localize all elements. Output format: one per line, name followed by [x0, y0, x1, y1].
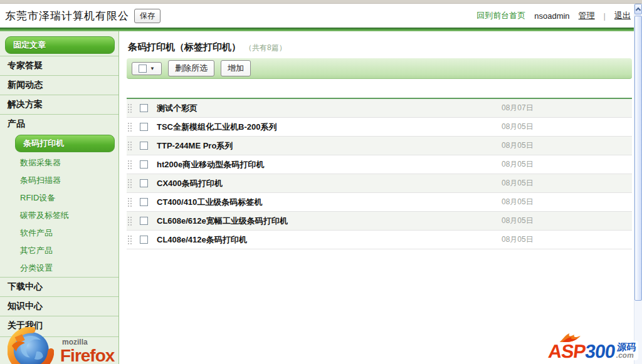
sidebar-nav: 固定文章专家答疑新闻动态解决方案产品条码打印机数据采集器条码扫描器RFID设备碳…	[0, 36, 118, 335]
article-title[interactable]: CL408e/412e条码打印机	[157, 234, 502, 246]
firefox-label: Firefox	[60, 346, 114, 364]
body-layout: 固定文章专家答疑新闻动态解决方案产品条码打印机数据采集器条码扫描器RFID设备碳…	[0, 31, 642, 364]
article-date: 08月05日	[502, 216, 632, 226]
firefox-globe-icon	[8, 327, 54, 364]
sidebar-item[interactable]: 碳带及标签纸	[15, 207, 115, 224]
article-title[interactable]: CX400条码打印机	[157, 178, 502, 189]
sidebar-item[interactable]: 产品	[0, 114, 118, 133]
site-title: 东莞市泽瑞计算机有限公	[5, 9, 129, 23]
select-all-dropdown[interactable]: ▼	[132, 62, 162, 75]
sidebar-item[interactable]: 条码打印机	[15, 135, 115, 152]
watermark-suffix: 源码 .com	[616, 342, 636, 359]
logout-link[interactable]: 退出	[614, 10, 631, 21]
article-title[interactable]: TSC全新模组化工业机B-200系列	[157, 122, 502, 133]
firefox-logo: mozilla Firefox	[8, 327, 114, 364]
table-row[interactable]: TTP-244ME Pro系列 08月05日	[127, 137, 632, 155]
sidebar-item[interactable]: 软件产品	[15, 224, 115, 242]
table-row[interactable]: ht200e商业移动型条码打印机 08月05日	[127, 155, 632, 174]
article-title[interactable]: TTP-244ME Pro系列	[157, 140, 502, 152]
sidebar-item-label: 新闻动态	[8, 80, 43, 90]
save-button[interactable]: 保存	[134, 9, 160, 23]
manage-link[interactable]: 管理	[579, 10, 595, 21]
row-checkbox[interactable]	[140, 104, 148, 112]
article-table: 测试个彩页 08月07日 TSC全新模组化工业机B-200系列 08月05日 T…	[127, 98, 632, 249]
article-count: （共有8篇）	[245, 43, 287, 53]
chevron-up-icon	[636, 8, 641, 13]
article-title[interactable]: CL608e/612e宽幅工业级条码打印机	[157, 216, 502, 227]
sidebar-item-label: 固定文章	[13, 40, 46, 49]
header-left: 东莞市泽瑞计算机有限公 保存	[5, 9, 160, 23]
sidebar-item[interactable]: 固定文章	[5, 36, 115, 54]
article-date: 08月07日	[502, 103, 632, 113]
scroll-up-button[interactable]	[634, 4, 642, 14]
toolbar: ▼ 删除所选 增加	[127, 58, 632, 79]
sidebar-item[interactable]: 条码扫描器	[15, 172, 115, 189]
sidebar-item[interactable]: 知识中心	[0, 296, 118, 316]
drag-handle-icon[interactable]	[127, 141, 132, 151]
article-title[interactable]: ht200e商业移动型条码打印机	[157, 159, 502, 170]
asp300-wordmark: ASP 300 源码 .com	[548, 342, 637, 359]
drag-handle-icon[interactable]	[127, 160, 132, 170]
admin-screen: 东莞市泽瑞计算机有限公 保存 回到前台首页 nsoadmin 管理 | 退出 固…	[0, 0, 642, 364]
article-date: 08月05日	[502, 159, 632, 170]
article-date: 08月05日	[502, 122, 632, 132]
sidebar-item-label: 条码打印机	[23, 138, 64, 148]
header: 东莞市泽瑞计算机有限公 保存 回到前台首页 nsoadmin 管理 | 退出	[0, 4, 642, 28]
table-row[interactable]: 测试个彩页 08月07日	[127, 99, 632, 118]
page-title: 条码打印机（标签打印机）	[128, 41, 241, 53]
watermark-300: 300	[584, 343, 616, 360]
sidebar-item[interactable]: 专家答疑	[0, 56, 118, 75]
sidebar-item-label: 知识中心	[8, 301, 43, 311]
username: nsoadmin	[534, 11, 569, 21]
delete-selected-button[interactable]: 删除所选	[168, 60, 214, 76]
scrollbar-thumb[interactable]	[634, 16, 642, 301]
row-checkbox[interactable]	[140, 123, 148, 131]
sidebar-item[interactable]: 下载中心	[0, 277, 118, 296]
add-button[interactable]: 增加	[221, 60, 251, 76]
watermark-cn: 源码	[617, 342, 637, 351]
sidebar-item-label: 条码扫描器	[20, 175, 61, 185]
mozilla-label: mozilla	[62, 338, 114, 346]
sidebar-item[interactable]: 其它产品	[15, 242, 115, 259]
drag-handle-icon[interactable]	[127, 179, 132, 189]
article-date: 08月05日	[502, 178, 632, 189]
sidebar-item[interactable]: 数据采集器	[15, 154, 115, 172]
table-row[interactable]: TSC全新模组化工业机B-200系列 08月05日	[127, 118, 632, 137]
article-date: 08月05日	[502, 234, 632, 245]
front-home-link[interactable]: 回到前台首页	[476, 10, 525, 21]
chevron-down-icon: ▼	[150, 66, 155, 71]
article-title[interactable]: CT400/410工业级条码标签机	[157, 197, 502, 208]
drag-handle-icon[interactable]	[127, 122, 132, 132]
table-row[interactable]: CL408e/412e条码打印机 08月05日	[127, 231, 632, 249]
table-row[interactable]: CT400/410工业级条码标签机 08月05日	[127, 193, 632, 212]
sidebar-item[interactable]: 新闻动态	[0, 75, 118, 95]
sidebar-item-label: 碳带及标签纸	[20, 211, 69, 220]
row-checkbox[interactable]	[140, 179, 148, 187]
row-checkbox[interactable]	[140, 217, 148, 225]
drag-handle-icon[interactable]	[127, 216, 132, 226]
drag-handle-icon[interactable]	[127, 197, 132, 207]
sidebar-item[interactable]: RFID设备	[15, 189, 115, 207]
sidebar-item-label: 解决方案	[8, 99, 43, 109]
sidebar-item-label: 专家答疑	[8, 60, 43, 70]
sidebar-item-label: RFID设备	[20, 193, 55, 202]
row-checkbox[interactable]	[140, 160, 148, 169]
flame-icon	[558, 332, 585, 346]
row-checkbox[interactable]	[140, 236, 148, 244]
table-row[interactable]: CL608e/612e宽幅工业级条码打印机 08月05日	[127, 212, 632, 231]
drag-handle-icon[interactable]	[127, 235, 132, 245]
row-checkbox[interactable]	[140, 198, 148, 206]
firefox-wordmark: mozilla Firefox	[60, 338, 114, 364]
article-date: 08月05日	[502, 140, 632, 151]
sidebar-item[interactable]: 解决方案	[0, 95, 118, 114]
drag-handle-icon[interactable]	[127, 103, 132, 113]
scrollbar[interactable]	[634, 4, 642, 364]
sidebar-item-label: 其它产品	[20, 246, 53, 255]
header-links: 回到前台首页 nsoadmin 管理 | 退出	[476, 10, 631, 21]
table-row[interactable]: CX400条码打印机 08月05日	[127, 174, 632, 193]
sidebar-item-label: 软件产品	[20, 228, 53, 237]
watermark-com: .com	[616, 351, 634, 359]
article-title[interactable]: 测试个彩页	[157, 103, 502, 114]
row-checkbox[interactable]	[140, 142, 148, 150]
sidebar-item[interactable]: 分类设置	[15, 259, 115, 277]
